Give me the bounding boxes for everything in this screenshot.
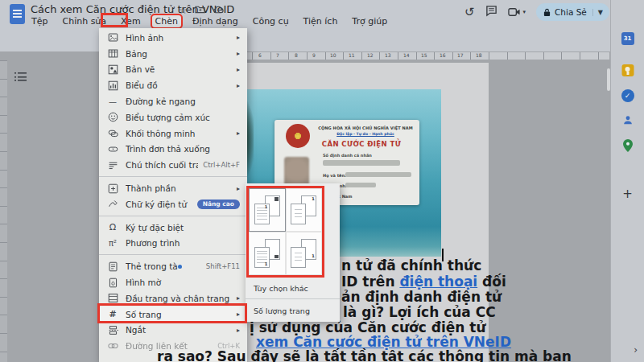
doc-text-line: xem Căn cước điện tử trên VNeID: [256, 334, 511, 350]
page-number-option-header-all[interactable]: 1: [249, 188, 286, 232]
menu-item-ban-ve[interactable]: Bản vẽ▸: [99, 62, 247, 78]
menu-cong-cu[interactable]: Công cụ: [250, 15, 292, 27]
menu-separator: [99, 212, 247, 220]
page-number-option-footer-from-second[interactable]: 1: [286, 232, 323, 275]
redacted-name: [345, 172, 411, 177]
comments-icon[interactable]: [485, 5, 497, 20]
watermark-icon: [107, 277, 118, 288]
insert-menu: Hình ảnh▸ Bảng▸ Bản vẽ▸ Biểu đồ▸ — Đường…: [99, 28, 247, 362]
maps-icon[interactable]: [622, 139, 633, 155]
card-motto: Độc lập - Tự do - Hạnh phúc: [315, 132, 416, 136]
star-icon[interactable]: ☆: [179, 5, 188, 16]
contacts-icon[interactable]: [621, 114, 634, 130]
keep-icon[interactable]: [621, 64, 634, 76]
esignature-icon: [107, 199, 118, 210]
menu-bar: Tệp Chỉnh sửa Xem Chèn Định dạng Công cụ…: [28, 15, 390, 27]
break-icon: [107, 324, 118, 335]
footnote-icon: [107, 159, 118, 171]
google-docs-window: ★ CỘNG HÒA XÃ HỘI CHỦ NGHĨA VIỆT NAM Độc…: [0, 0, 644, 362]
menu-item-bieu-do[interactable]: Biểu đồ▸: [99, 77, 247, 93]
table-icon: [107, 48, 118, 60]
doc-text-line: là gì? Lợi ích của CC: [343, 304, 496, 320]
emoji-icon: [107, 112, 118, 123]
link-icon: [107, 340, 118, 352]
menu-item-hinh-anh[interactable]: Hình ảnh▸: [99, 30, 247, 46]
redacted-id-number: [323, 160, 400, 166]
redacted-dob: [345, 183, 376, 187]
menu-item-khoi-thong-minh[interactable]: Khối thông minh▸: [99, 125, 247, 142]
submenu-arrow-icon: ▸: [237, 130, 240, 137]
menu-xem[interactable]: Xem: [118, 15, 144, 27]
dien-thoai-link[interactable]: điện thoại: [399, 274, 477, 290]
dropdown-chip-icon: [107, 143, 118, 154]
menu-separator: [99, 251, 247, 258]
menu-item-ngat[interactable]: Ngắt▸: [99, 323, 247, 339]
headers-footers-icon: [107, 293, 118, 304]
doc-text-line: ị sử dụng của Căn cước điện tử: [250, 319, 486, 335]
menu-item-the-trong-tai-lieu[interactable]: Thẻ trong tài liệu Shift+F11: [99, 258, 247, 274]
menu-tien-ich[interactable]: Tiện ích: [300, 15, 341, 27]
submenu-arrow-icon: ▸: [237, 66, 240, 73]
cloud-saved-icon[interactable]: [213, 5, 224, 16]
menu-dinh-dang[interactable]: Định dạng: [189, 15, 242, 27]
chart-icon: [107, 80, 118, 91]
scrollbar[interactable]: [607, 68, 610, 91]
menu-item-so-trang[interactable]: # Số trang▸: [99, 306, 247, 323]
submenu-arrow-icon: ▸: [237, 294, 240, 302]
page-number-option-footer-all[interactable]: 1: [249, 232, 286, 275]
docs-logo[interactable]: [10, 4, 25, 24]
card-title: CĂN CƯỚC ĐIỆN TỬ: [307, 140, 416, 148]
menu-tep[interactable]: Tệp: [28, 15, 51, 27]
menu-item-phuong-trinh[interactable]: π² Phương trình: [99, 236, 247, 252]
submenu-arrow-icon: ▸: [237, 185, 240, 192]
page-number-option-header-from-second[interactable]: 1: [286, 188, 323, 232]
menu-item-bang[interactable]: Bảng▸: [99, 46, 247, 62]
menu-tro-giup[interactable]: Trợ giúp: [349, 15, 390, 27]
add-icon[interactable]: +: [622, 187, 633, 201]
move-folder-icon[interactable]: [195, 5, 205, 16]
vneid-link[interactable]: xem Căn cước điện tử trên VNeID: [256, 334, 511, 350]
menu-item-chu-ky-dien-tu[interactable]: Chữ ký điện tửNâng cao: [99, 196, 247, 212]
menu-item-dau-trang-va-chan-trang[interactable]: Đầu trang và chân trang▸: [99, 290, 247, 306]
app-header: Cách xem Căn cước điện tử trên VNeID ☆ T…: [0, 0, 644, 51]
doc-text-line: ra sao? Sau đây sẽ là tất tần tật các th…: [157, 348, 572, 362]
submenu-arrow-icon: ▸: [237, 50, 240, 57]
share-button[interactable]: Chia Sẻ ▼: [536, 3, 609, 21]
document-outline-icon[interactable]: [14, 72, 27, 81]
vertical-ruler[interactable]: [0, 60, 7, 362]
card-name-label: Họ và tên:: [323, 173, 346, 178]
menu-chen[interactable]: Chèn: [152, 15, 181, 27]
card-id-label: Số định danh cá nhân: [323, 153, 372, 158]
submenu-more-options[interactable]: Tùy chọn khác: [246, 280, 340, 296]
menu-item-bieu-tuong-cam-xuc[interactable]: Biểu tượng cảm xúc: [99, 109, 247, 125]
share-dropdown-icon[interactable]: ▼: [592, 9, 603, 16]
card-country: CỘNG HÒA XÃ HỘI CHỦ NGHĨA VIỆT NAM: [315, 125, 416, 130]
menu-item-thanh-phan[interactable]: Thành phần▸: [99, 180, 247, 196]
drawing-icon: [107, 64, 118, 75]
doc-text-line: ản định danh điện tử: [341, 289, 502, 305]
page-number-options-grid: 1 1 1 1: [249, 188, 322, 275]
document-tabs-icon: [107, 261, 118, 272]
menu-item-hinh-mo[interactable]: Hình mờ: [99, 274, 247, 290]
lock-icon: [543, 8, 551, 17]
menu-item-chu-thich-cuoi-trang[interactable]: Chú thích cuối trangCtrl+Alt+F: [99, 157, 247, 173]
advanced-badge: Nâng cao: [197, 200, 240, 209]
doc-text-line: ID trên điện thoại đối: [341, 274, 506, 290]
tasks-icon[interactable]: ✓: [621, 89, 634, 102]
menu-item-trinh-don-tha-xuong[interactable]: Trình đơn thả xuống: [99, 142, 247, 158]
image-icon: [107, 32, 118, 43]
version-history-icon[interactable]: ↺: [464, 5, 475, 19]
doc-text-line: n tử đã chính thức: [341, 257, 481, 274]
video-call-icon[interactable]: ▾: [508, 7, 526, 17]
page-numbers-icon: #: [107, 309, 118, 320]
submenu-arrow-icon: ▸: [237, 82, 240, 89]
special-characters-icon: Ω: [107, 222, 118, 233]
calendar-icon[interactable]: 31: [621, 32, 634, 45]
expand-chevron-icon[interactable]: ›: [634, 344, 638, 356]
menu-item-ky-tu-dac-biet[interactable]: Ω Ký tự đặc biệt: [99, 220, 247, 236]
submenu-arrow-icon: ▸: [237, 34, 240, 41]
submenu-arrow-icon: ▸: [237, 327, 240, 334]
submenu-page-count[interactable]: Số lượng trang: [246, 302, 340, 319]
menu-item-duong-ke-ngang[interactable]: — Đường kẻ ngang: [99, 93, 247, 109]
menu-chinh-sua[interactable]: Chỉnh sửa: [59, 15, 109, 27]
